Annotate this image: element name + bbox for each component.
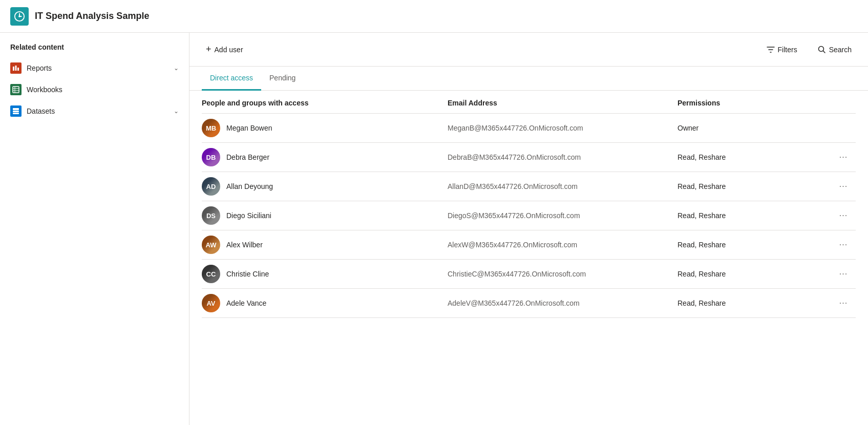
- svg-rect-3: [15, 66, 17, 71]
- person-name: Allan Deyoung: [226, 182, 273, 190]
- sidebar-item-workbooks[interactable]: Workbooks: [0, 79, 189, 100]
- email-cell: MeganB@M365x447726.OnMicrosoft.com: [448, 124, 678, 132]
- filter-icon: [767, 46, 775, 54]
- person-cell: AW Alex Wilber: [202, 236, 448, 254]
- more-options-button[interactable]: ···: [831, 296, 856, 310]
- sidebar-item-datasets[interactable]: Datasets ⌄: [0, 100, 189, 122]
- more-options-button[interactable]: ···: [831, 180, 856, 193]
- table-body: MB Megan Bowen MeganB@M365x447726.OnMicr…: [202, 114, 856, 318]
- toolbar: + Add user Filters Search: [189, 33, 868, 67]
- table-row: AV Adele Vance AdeleV@M365x447726.OnMicr…: [202, 289, 856, 318]
- svg-rect-11: [13, 113, 19, 114]
- sidebar-item-reports[interactable]: Reports ⌄: [0, 57, 189, 79]
- main-content: + Add user Filters Search: [189, 33, 868, 425]
- sidebar-workbooks-label: Workbooks: [27, 86, 62, 94]
- access-table: People and groups with access Email Addr…: [189, 91, 868, 318]
- person-name: Adele Vance: [226, 299, 266, 307]
- avatar: AD: [202, 177, 220, 196]
- permission-cell: Read, Reshare: [678, 182, 831, 190]
- more-options-button[interactable]: ···: [831, 238, 856, 251]
- svg-rect-10: [13, 111, 19, 112]
- plus-icon: +: [206, 44, 211, 55]
- email-cell: AdeleV@M365x447726.OnMicrosoft.com: [448, 299, 678, 307]
- datasets-chevron: ⌄: [174, 108, 179, 115]
- sidebar: Related content Reports ⌄: [0, 33, 189, 425]
- reports-icon: [10, 62, 22, 74]
- sidebar-reports-label: Reports: [27, 64, 52, 72]
- datasets-icon: [10, 105, 22, 117]
- avatar: CC: [202, 265, 220, 283]
- app-icon: [10, 7, 29, 26]
- person-cell: MB Megan Bowen: [202, 119, 448, 137]
- table-header: People and groups with access Email Addr…: [202, 91, 856, 114]
- permission-cell: Read, Reshare: [678, 299, 831, 307]
- email-cell: AllanD@M365x447726.OnMicrosoft.com: [448, 182, 678, 190]
- column-actions: [831, 99, 856, 107]
- sidebar-datasets-label: Datasets: [27, 107, 55, 115]
- more-options-button[interactable]: ···: [831, 209, 856, 222]
- person-name: Alex Wilber: [226, 241, 263, 249]
- person-name: Diego Siciliani: [226, 211, 271, 220]
- person-name: Megan Bowen: [226, 124, 272, 132]
- table-row: AD Allan Deyoung AllanD@M365x447726.OnMi…: [202, 172, 856, 201]
- sidebar-section-title: Related content: [0, 43, 189, 57]
- permission-cell: Read, Reshare: [678, 241, 831, 249]
- more-options-button[interactable]: ···: [831, 151, 856, 164]
- add-user-button[interactable]: + Add user: [202, 41, 247, 58]
- filters-button[interactable]: Filters: [763, 42, 801, 57]
- avatar: AV: [202, 294, 220, 312]
- table-row: CC Christie Cline ChristieC@M365x447726.…: [202, 260, 856, 289]
- svg-rect-9: [13, 108, 19, 110]
- page-title: IT Spend Analysis Sample: [35, 11, 149, 22]
- person-cell: CC Christie Cline: [202, 265, 448, 283]
- person-cell: DS Diego Siciliani: [202, 206, 448, 225]
- svg-rect-5: [13, 87, 19, 93]
- main-layout: Related content Reports ⌄: [0, 33, 868, 425]
- person-cell: AV Adele Vance: [202, 294, 448, 312]
- table-row: AW Alex Wilber AlexW@M365x447726.OnMicro…: [202, 230, 856, 260]
- svg-rect-2: [13, 67, 14, 71]
- filters-label: Filters: [778, 46, 797, 54]
- column-people: People and groups with access: [202, 99, 448, 107]
- search-label: Search: [829, 46, 852, 54]
- tab-direct-access[interactable]: Direct access: [202, 67, 261, 91]
- permission-cell: Owner: [678, 124, 831, 132]
- svg-rect-4: [17, 68, 19, 71]
- tab-pending[interactable]: Pending: [261, 67, 304, 91]
- permission-cell: Read, Reshare: [678, 153, 831, 161]
- more-options-button[interactable]: ···: [831, 267, 856, 281]
- permission-cell: Read, Reshare: [678, 270, 831, 278]
- search-icon: [818, 46, 826, 54]
- workbooks-icon: [10, 84, 22, 95]
- email-cell: DiegoS@M365x447726.OnMicrosoft.com: [448, 211, 678, 220]
- search-button[interactable]: Search: [814, 42, 856, 57]
- tabs-container: Direct access Pending: [189, 67, 868, 91]
- person-name: Christie Cline: [226, 270, 269, 278]
- svg-point-1: [18, 15, 20, 17]
- reports-chevron: ⌄: [174, 65, 179, 72]
- email-cell: AlexW@M365x447726.OnMicrosoft.com: [448, 241, 678, 249]
- add-user-label: Add user: [215, 46, 243, 54]
- table-row: DB Debra Berger DebraB@M365x447726.OnMic…: [202, 143, 856, 172]
- column-email: Email Address: [448, 99, 678, 107]
- avatar: AW: [202, 236, 220, 254]
- person-cell: AD Allan Deyoung: [202, 177, 448, 196]
- email-cell: DebraB@M365x447726.OnMicrosoft.com: [448, 153, 678, 161]
- person-name: Debra Berger: [226, 153, 269, 161]
- permission-cell: Read, Reshare: [678, 211, 831, 220]
- email-cell: ChristieC@M365x447726.OnMicrosoft.com: [448, 270, 678, 278]
- header: IT Spend Analysis Sample: [0, 0, 868, 33]
- table-row: DS Diego Siciliani DiegoS@M365x447726.On…: [202, 201, 856, 230]
- column-permissions: Permissions: [678, 99, 831, 107]
- avatar: MB: [202, 119, 220, 137]
- avatar: DB: [202, 148, 220, 166]
- person-cell: DB Debra Berger: [202, 148, 448, 166]
- table-row: MB Megan Bowen MeganB@M365x447726.OnMicr…: [202, 114, 856, 143]
- avatar: DS: [202, 206, 220, 225]
